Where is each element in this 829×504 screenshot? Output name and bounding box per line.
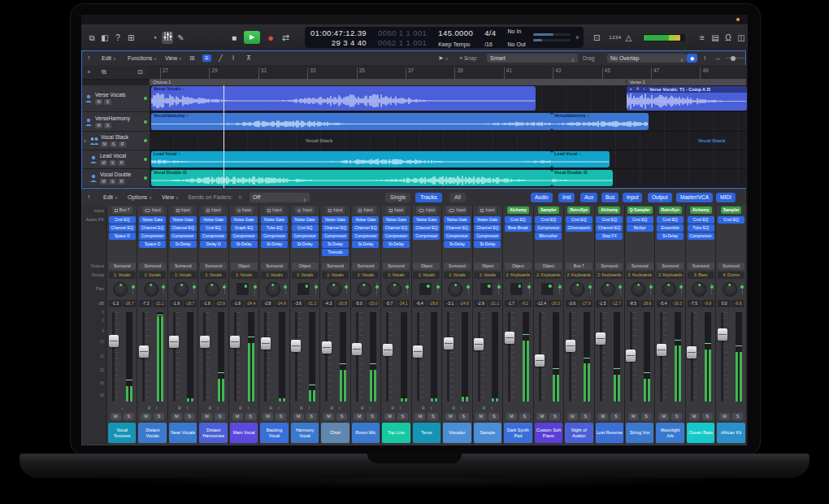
menu-view[interactable]: View∨	[165, 51, 182, 65]
fx-slot[interactable]: Delay D	[200, 241, 227, 248]
fx-slot[interactable]: Step FX	[596, 232, 623, 240]
group-slot[interactable]: 4: Drums	[718, 272, 744, 279]
fx-slot[interactable]: Space D	[109, 232, 136, 240]
toolbar-icon[interactable]: ⊞	[125, 32, 137, 44]
spread-slider[interactable]	[285, 283, 286, 294]
fx-slot[interactable]: Bitcrusher	[535, 232, 562, 240]
spread-slider[interactable]	[559, 283, 560, 294]
track-mute-button[interactable]: M	[101, 141, 108, 147]
channel-name-button[interactable]: String Vox	[626, 423, 653, 443]
take-folder-button[interactable]: A	[635, 87, 640, 92]
fx-slot[interactable]: Compressor	[170, 232, 197, 240]
input-slot[interactable]: Input	[295, 206, 314, 214]
fx-slot[interactable]: St-Delay	[474, 241, 501, 248]
fx-slot[interactable]: St-Delay	[657, 232, 684, 240]
drag-dropdown[interactable]: No Overlap⇕	[607, 54, 687, 63]
spread-slider[interactable]	[742, 283, 743, 294]
track-header-vocal-double[interactable]: Vocal DoubleMSR	[82, 169, 150, 188]
instrument-slot[interactable]: Alchemy	[507, 206, 529, 214]
fader-track[interactable]	[264, 312, 267, 402]
track-header-verseharmony[interactable]: VerseHarmonyMS	[82, 112, 150, 132]
fx-slot[interactable]: Tube EQ	[688, 224, 714, 232]
fader-cap[interactable]	[352, 343, 362, 355]
fx-slot[interactable]: Noise Gate	[413, 216, 440, 224]
input-slot[interactable]: Input	[326, 206, 345, 214]
output-slot[interactable]: Object	[231, 263, 258, 270]
fx-slot[interactable]: Channel EQ	[596, 224, 623, 232]
spread-slider[interactable]	[681, 283, 682, 294]
channel-name-button[interactable]: Backing Vocal	[260, 423, 288, 443]
channel-name-button[interactable]: Harmony Vocal	[291, 423, 319, 443]
group-slot[interactable]: 3: Bass	[688, 272, 714, 279]
fader-cap[interactable]	[200, 336, 210, 348]
pan-knob[interactable]	[388, 282, 402, 297]
output-slot[interactable]: Surround	[322, 263, 349, 270]
record-enable-button[interactable]: R	[300, 406, 303, 411]
fader-track[interactable]	[325, 312, 328, 402]
mute-button[interactable]: M	[628, 413, 639, 420]
input-slot[interactable]: Input	[446, 206, 467, 214]
mute-button[interactable]: M	[689, 413, 700, 420]
output-slot[interactable]: Surround	[596, 263, 623, 270]
group-slot[interactable]: 2: Keyboards	[657, 272, 684, 279]
group-slot[interactable]: 1: Vocals	[413, 272, 440, 279]
channel-name-button[interactable]: Top Line	[382, 423, 410, 443]
region-vocal-double[interactable]: Vocal Double ⊡	[151, 170, 552, 186]
fx-slot[interactable]: Cnsl EQ	[657, 216, 684, 224]
fader-track[interactable]	[478, 312, 480, 402]
filter-inst[interactable]: Inst	[558, 193, 575, 202]
pan-knob[interactable]	[662, 282, 676, 297]
track-header-vocal-stack[interactable]: ∨Vocal StackMSR	[82, 132, 150, 150]
fx-slot[interactable]: Channel EQ	[474, 224, 501, 232]
power-icon[interactable]: ○	[238, 190, 242, 204]
fader-cap[interactable]	[718, 328, 727, 341]
solo-button[interactable]: S	[367, 413, 377, 420]
group-slot[interactable]: 1: Vocals	[383, 272, 410, 279]
track-record-button[interactable]: R	[119, 141, 126, 147]
fader-cap[interactable]	[505, 332, 514, 344]
region-verse-vocals-t1-comp-a[interactable]: ▸A∿Verse Vocals: T1 - Comp A ⊡	[627, 86, 747, 111]
fx-slot[interactable]: Cnsl EQ	[596, 216, 623, 224]
group-slot[interactable]: 2: Keyboards	[627, 272, 653, 279]
output-slot[interactable]: Surround	[170, 263, 197, 270]
fader-cap[interactable]	[535, 354, 545, 367]
output-slot[interactable]: Surround	[688, 263, 714, 270]
record-enable-button[interactable]: R	[148, 406, 151, 411]
fx-slot[interactable]: Cnsl EQ	[627, 216, 653, 224]
solo-button[interactable]: S	[397, 413, 408, 420]
region-vocal-double[interactable]: Vocal Double ⊡	[552, 170, 613, 186]
solo-button[interactable]: S	[488, 413, 499, 420]
fx-slot[interactable]: Noise Gate	[292, 216, 319, 224]
region-verseharmony[interactable]: VerseHarmony ○	[552, 113, 649, 130]
fx-slot[interactable]: Compressor	[139, 232, 166, 240]
mixer-menu-view[interactable]: View∨	[162, 190, 179, 204]
fx-slot[interactable]: St-Delay	[292, 241, 319, 248]
input-slot[interactable]: Input	[174, 206, 193, 214]
spread-slider[interactable]	[468, 283, 469, 294]
filter-audio[interactable]: Audio	[531, 193, 553, 202]
stack-disclosure-icon[interactable]: ∨	[82, 138, 88, 143]
input-monitor-button[interactable]: I	[187, 406, 188, 411]
vertical-zoom-icon[interactable]: ↕	[703, 51, 706, 65]
fx-slot[interactable]: Cnsl EQ	[109, 216, 136, 224]
fx-slot[interactable]: Space D	[139, 241, 166, 248]
spread-slider[interactable]	[590, 283, 591, 294]
spread-slider[interactable]	[193, 283, 194, 294]
fx-slot[interactable]: Compressor	[261, 232, 288, 240]
track-zoom-icon[interactable]: ⊼	[246, 51, 251, 65]
channel-name-button[interactable]: Night of Avalon	[565, 423, 592, 443]
input-slot[interactable]: Input	[204, 206, 223, 214]
instrument-slot[interactable]: RetroSyn	[659, 206, 682, 214]
mute-button[interactable]: M	[658, 413, 669, 420]
solo-button[interactable]: S	[154, 413, 164, 420]
spread-slider[interactable]	[254, 283, 255, 294]
solo-button[interactable]: S	[580, 413, 591, 420]
track-solo-button[interactable]: S	[104, 123, 111, 128]
mute-button[interactable]: M	[354, 413, 364, 420]
mute-button[interactable]: M	[111, 413, 121, 420]
solo-button[interactable]: S	[306, 413, 317, 420]
record-enable-button[interactable]: R	[483, 406, 486, 411]
solo-button[interactable]: S	[641, 413, 652, 420]
count-in-icon[interactable]: 1234	[609, 35, 623, 40]
output-slot[interactable]: Bus 7	[566, 263, 592, 270]
